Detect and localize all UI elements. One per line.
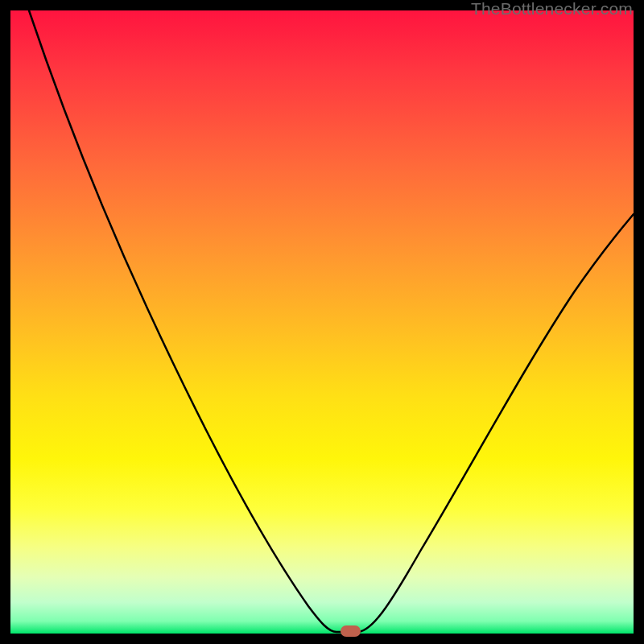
optimal-marker xyxy=(341,625,361,637)
bottleneck-curve xyxy=(29,10,634,632)
plot-area xyxy=(10,10,634,634)
curve-layer xyxy=(10,10,634,634)
bottleneck-chart: TheBottlenecker.com xyxy=(0,0,644,644)
watermark-label: TheBottlenecker.com xyxy=(471,0,633,18)
